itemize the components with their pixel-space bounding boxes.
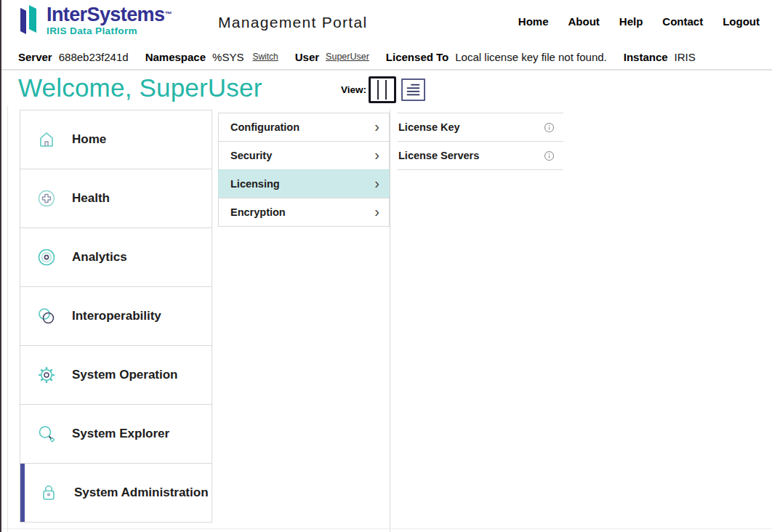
instance-group: Instance IRIS: [624, 51, 696, 63]
user-label: User: [295, 51, 319, 63]
server-group: Server 688eb23f241d: [18, 51, 129, 63]
system-operation-icon: [36, 364, 57, 386]
submenu-item-configuration[interactable]: Configuration ›: [218, 113, 390, 142]
namespace-switch-link[interactable]: Switch: [252, 52, 278, 62]
sidebar-item-home[interactable]: Home: [20, 110, 212, 169]
user-profile-link[interactable]: SuperUser: [326, 52, 369, 62]
sidebar-item-system-administration[interactable]: System Administration: [20, 463, 212, 523]
brand-trademark: ™: [164, 10, 172, 18]
brand-name: InterSystems: [47, 4, 164, 25]
submenu-item-encryption[interactable]: Encryption ›: [218, 198, 390, 227]
column-divider: [390, 109, 390, 532]
sidebar-item-analytics[interactable]: Analytics: [20, 227, 212, 287]
list-view-button[interactable]: [401, 78, 425, 101]
sidebar-item-interoperability[interactable]: Interoperability: [20, 286, 212, 346]
licensed-to-label: Licensed To: [386, 51, 449, 63]
submenu-item-licensing[interactable]: Licensing ›: [218, 169, 390, 198]
header: InterSystems™ IRIS Data Platform Managem…: [0, 0, 772, 44]
user-group: User SuperUser: [295, 51, 369, 63]
interoperability-icon: [36, 305, 57, 327]
list-view-icon: [406, 82, 421, 97]
welcome-heading: Welcome, SuperUser: [18, 73, 262, 102]
submenu-item-label: Security: [230, 150, 272, 161]
header-divider: [0, 69, 772, 70]
top-nav: Home About Help Contact Logout: [518, 15, 760, 28]
sidebar-item-label: System Operation: [72, 368, 178, 382]
page-title: Management Portal: [218, 14, 367, 31]
page-bottom-border: [0, 528, 772, 529]
sidebar-item-label: Analytics: [72, 250, 127, 265]
chevron-right-icon: ›: [374, 176, 379, 190]
health-icon: [36, 188, 57, 209]
server-info-bar: Server 688eb23f241d Namespace %SYS Switc…: [18, 45, 712, 68]
nav-contact-link[interactable]: Contact: [662, 15, 703, 28]
namespace-group: Namespace %SYS Switch: [145, 51, 278, 63]
licensed-to-value: Local license key file not found.: [455, 51, 606, 63]
chevron-right-icon: ›: [374, 119, 379, 134]
sidebar-item-label: System Explorer: [72, 427, 169, 441]
info-icon[interactable]: [544, 150, 555, 161]
home-icon: [36, 129, 57, 150]
licensing-submenu: License Key License Servers: [397, 113, 563, 170]
sidebar-item-label: Interoperability: [72, 309, 161, 323]
licensed-to-group: Licensed To Local license key file not f…: [386, 51, 607, 63]
logo-text: InterSystems™ IRIS Data Platform: [47, 5, 172, 36]
nav-about-link[interactable]: About: [568, 15, 600, 28]
chevron-right-icon: ›: [374, 204, 379, 219]
submenu-item-label: Configuration: [230, 121, 299, 133]
brand-subtitle: IRIS Data Platform: [47, 25, 172, 36]
instance-label: Instance: [624, 51, 668, 63]
analytics-icon: [36, 246, 57, 268]
sidebar-item-system-operation[interactable]: System Operation: [20, 345, 212, 405]
submenu-item-label: Licensing: [230, 178, 280, 190]
sidebar-item-system-explorer[interactable]: System Explorer: [20, 404, 212, 464]
chevron-right-icon: ›: [374, 148, 379, 162]
nav-help-link[interactable]: Help: [619, 15, 643, 28]
info-icon[interactable]: [544, 122, 555, 133]
namespace-label: Namespace: [145, 51, 206, 63]
server-label: Server: [18, 51, 52, 63]
admin-submenu: Configuration › Security › Licensing › E…: [218, 113, 390, 227]
intersystems-logo: InterSystems™ IRIS Data Platform: [17, 5, 172, 37]
content-left-border: [7, 105, 8, 532]
main-menu: Home Health Analytics Interoperability: [20, 110, 212, 523]
system-administration-icon: [38, 482, 60, 504]
server-value: 688eb23f241d: [59, 51, 129, 63]
columns-view-button[interactable]: [369, 76, 396, 103]
intersystems-logo-icon: [17, 5, 41, 37]
submenu-item-license-servers[interactable]: License Servers: [397, 142, 563, 170]
instance-value: IRIS: [675, 51, 696, 63]
nav-home-link[interactable]: Home: [518, 15, 549, 28]
view-label: View:: [341, 84, 366, 95]
submenu-item-label: License Key: [398, 121, 460, 133]
submenu-item-label: Encryption: [230, 206, 286, 218]
system-explorer-icon: [36, 423, 57, 445]
window-left-edge: [0, 0, 1, 532]
sidebar-item-label: Home: [72, 132, 106, 147]
submenu-item-security[interactable]: Security ›: [218, 141, 390, 170]
submenu-item-license-key[interactable]: License Key: [397, 113, 563, 142]
sidebar-item-label: System Administration: [74, 485, 209, 500]
sidebar-item-label: Health: [72, 191, 110, 206]
submenu-item-label: License Servers: [398, 150, 479, 161]
namespace-value: %SYS: [212, 51, 244, 63]
nav-logout-link[interactable]: Logout: [723, 15, 760, 28]
sidebar-item-health[interactable]: Health: [20, 169, 212, 228]
